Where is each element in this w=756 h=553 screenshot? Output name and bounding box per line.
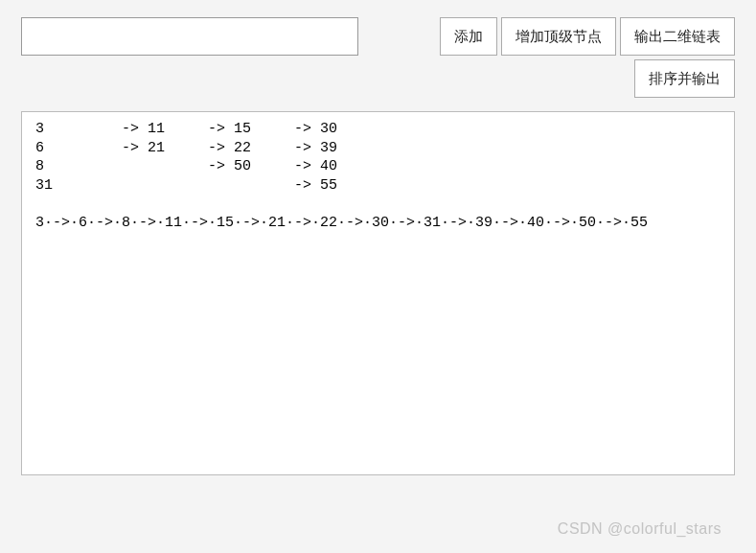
sort-and-output-button[interactable]: 排序并输出 — [634, 59, 735, 98]
output-area: 3 -> 11 -> 15 -> 30 6 -> 21 -> 22 -> 39 … — [21, 111, 735, 475]
add-top-node-button[interactable]: 增加顶级节点 — [501, 17, 616, 56]
toolbar: 添加 增加顶级节点 输出二维链表 排序并输出 — [21, 17, 735, 98]
button-group: 添加 增加顶级节点 输出二维链表 排序并输出 — [380, 17, 735, 98]
output-2d-linkedlist-button[interactable]: 输出二维链表 — [620, 17, 735, 56]
toolbar-row2: 排序并输出 — [380, 59, 735, 98]
watermark-label: CSDN @colorful_stars — [558, 520, 722, 538]
add-button[interactable]: 添加 — [440, 17, 497, 56]
node-input[interactable] — [21, 17, 358, 56]
